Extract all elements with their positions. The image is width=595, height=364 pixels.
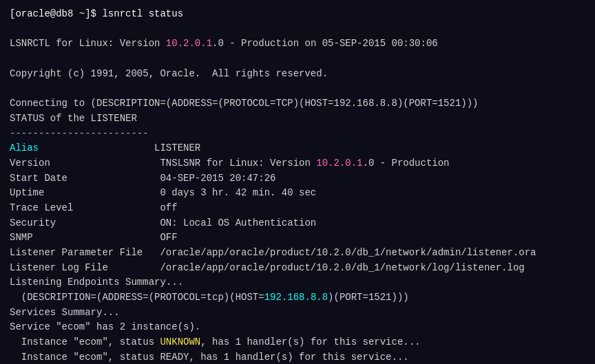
instance-ecom-ready: Instance "ecom", status READY, has 1 han… (10, 350, 585, 364)
blank-line-2 (10, 52, 585, 67)
lsnrctl-version-line: LSNRCTL for Linux: Version 10.2.0.1.0 - … (10, 36, 585, 52)
uptime-line: Uptime 0 days 3 hr. 42 min. 40 sec (10, 186, 585, 201)
blank-line-1 (10, 22, 585, 37)
security-line: Security ON: Local OS Authentication (10, 216, 585, 231)
service-ecom: Service "ecom" has 2 instance(s). (10, 320, 585, 335)
connecting-line: Connecting to (DESCRIPTION=(ADDRESS=(PRO… (10, 96, 585, 111)
prompt-line: [oracle@db8 ~]$ lsnrctl status (10, 7, 585, 22)
alias-label: Alias (10, 142, 39, 153)
alias-line: Alias LISTENER (10, 141, 585, 156)
status-unknown: UNKNOWN (160, 336, 200, 347)
blank-line-3 (10, 81, 585, 96)
terminal-window: [oracle@db8 ~]$ lsnrctl status LSNRCTL f… (0, 0, 595, 364)
services-summary: Services Summary... (10, 306, 585, 321)
endpoints-detail: (DESCRIPTION=(ADDRESS=(PROTOCOL=tcp)(HOS… (10, 290, 585, 306)
version-line: Version TNSLSNR for Linux: Version 10.2.… (10, 156, 585, 171)
version-number-2: 10.2.0.1 (316, 158, 362, 169)
separator-line: ------------------------ (10, 127, 585, 142)
endpoints-summary: Listening Endpoints Summary... (10, 275, 585, 290)
paramfile-line: Listener Parameter File /oracle/app/orac… (10, 246, 585, 261)
tracelevel-line: Trace Level off (10, 201, 585, 216)
copyright-line: Copyright (c) 1991, 2005, Oracle. All ri… (10, 67, 585, 82)
status-header: STATUS of the LISTENER (10, 111, 585, 127)
startdate-line: Start Date 04-SEP-2015 20:47:26 (10, 171, 585, 186)
snmp-line: SNMP OFF (10, 231, 585, 246)
host-ip: 192.168.8.8 (264, 292, 328, 303)
logfile-line: Listener Log File /oracle/app/oracle/pro… (10, 261, 585, 276)
instance-ecom-unknown: Instance "ecom", status UNKNOWN, has 1 h… (10, 335, 585, 350)
version-number-1: 10.2.0.1 (166, 38, 212, 49)
